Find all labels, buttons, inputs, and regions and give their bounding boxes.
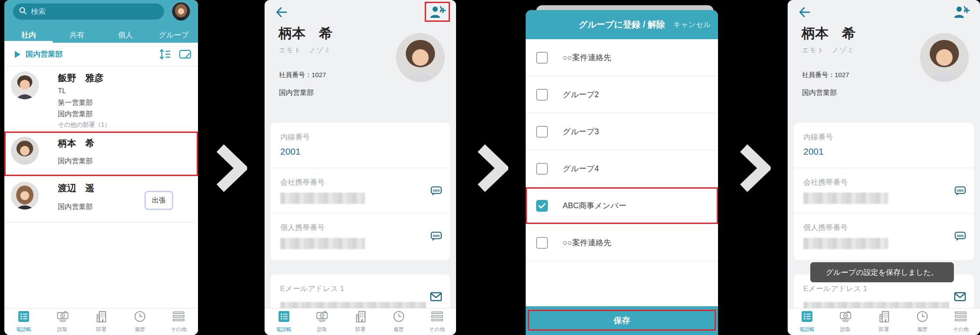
bottom-tabbar: 電話帳 読取 部署 履歴 その他 xyxy=(265,308,456,335)
tabbar-label: 電話帳 xyxy=(276,326,292,333)
contact-row-emoto[interactable]: 柄本 希 国内営業部 xyxy=(4,132,198,176)
status-badge: 出張 xyxy=(144,191,173,210)
field-personal-mobile: 個人携帯番号 SMS xyxy=(794,213,974,259)
mail-icon[interactable] xyxy=(954,292,966,303)
redacted-phone-number[interactable] xyxy=(803,193,888,204)
tabbar-item-phonebook[interactable]: 電話帳 xyxy=(788,308,826,335)
tabbar-label: 電話帳 xyxy=(799,326,815,333)
field-company-mobile: 会社携帯番号 SMS xyxy=(271,168,450,213)
contact-row-iino[interactable]: 飯野 雅彦 TL 第一営業部 国内営業部 その他の部署（1） xyxy=(4,66,198,132)
search-input[interactable]: 検索 xyxy=(13,3,164,20)
department-section-header[interactable]: 国内営業部 xyxy=(4,43,198,66)
clock-icon xyxy=(916,310,929,325)
contact-dept1: 国内営業部 xyxy=(58,203,93,212)
phonebook-icon xyxy=(278,310,290,325)
tab-shared[interactable]: 共有 xyxy=(53,27,101,43)
tabbar-item-history[interactable]: 履歴 xyxy=(903,308,941,335)
sms-icon[interactable]: SMS xyxy=(954,231,966,244)
group-row[interactable]: グループ3 xyxy=(526,113,718,150)
building-icon xyxy=(878,310,890,325)
group-row[interactable]: グループ2 xyxy=(526,76,718,113)
group-row[interactable]: ○○案件連絡先 xyxy=(526,39,718,76)
redacted-phone-number[interactable] xyxy=(803,238,888,249)
group-row-abc[interactable]: ABC商事メンバー xyxy=(526,187,718,224)
field-label: 会社携帯番号 xyxy=(280,177,325,187)
profile-employee-number: 社員番号：1027 xyxy=(279,71,326,79)
checkbox-unchecked[interactable] xyxy=(536,237,548,249)
my-avatar[interactable] xyxy=(172,2,190,20)
contact-name: 柄本 希 xyxy=(58,137,94,149)
profile-employee-number: 社員番号：1027 xyxy=(802,71,849,79)
tabbar-item-phonebook[interactable]: 電話帳 xyxy=(4,308,43,335)
add-to-group-button[interactable] xyxy=(949,2,974,22)
building-icon xyxy=(95,310,107,325)
mail-icon[interactable] xyxy=(430,292,442,303)
save-button[interactable]: 保存 xyxy=(526,306,718,335)
tabbar-item-department[interactable]: 部署 xyxy=(865,308,903,335)
profile-kana: エモト ノゾミ xyxy=(279,46,332,54)
contact-row-watanabe[interactable]: 渡辺 遥 国内営業部 出張 xyxy=(4,176,198,223)
phonebook-icon xyxy=(801,310,813,325)
field-label: Eメールアドレス 1 xyxy=(280,284,344,294)
redacted-phone-number[interactable] xyxy=(280,238,365,249)
tabbar-item-history[interactable]: 履歴 xyxy=(379,308,418,335)
tab-group[interactable]: グループ xyxy=(150,27,198,43)
sms-icon[interactable]: SMS xyxy=(430,186,442,199)
phonebook-icon xyxy=(17,310,30,325)
field-personal-mobile: 個人携帯番号 SMS xyxy=(271,213,450,259)
step-arrow-icon xyxy=(475,143,508,195)
group-label: グループ3 xyxy=(563,126,599,137)
tabbar-label: その他 xyxy=(953,326,969,333)
group-sheet: グループに登録 / 解除 キャンセル ○○案件連絡先 グループ2 グループ3 グ… xyxy=(526,10,718,335)
group-label: グループ4 xyxy=(563,163,599,174)
sms-icon[interactable]: SMS xyxy=(954,186,966,199)
tabbar-item-scan[interactable]: 読取 xyxy=(43,308,82,335)
clock-icon xyxy=(134,310,146,325)
checkbox-unchecked[interactable] xyxy=(536,163,548,175)
tabbar-label: 履歴 xyxy=(135,326,145,333)
tabbar-item-history[interactable]: 履歴 xyxy=(121,308,159,335)
tabbar-item-other[interactable]: その他 xyxy=(942,308,980,335)
profile-avatar xyxy=(920,33,969,82)
group-row[interactable]: ○○案件連絡先 xyxy=(526,224,718,261)
sort-icon[interactable] xyxy=(158,47,172,63)
field-label: 個人携帯番号 xyxy=(803,223,848,233)
checkbox-unchecked[interactable] xyxy=(536,126,548,138)
back-arrow-icon[interactable] xyxy=(274,5,289,21)
field-extension: 内線番号 2001 xyxy=(794,123,974,168)
tab-internal[interactable]: 社内 xyxy=(4,27,53,43)
phone-fields-card: 内線番号 2001 会社携帯番号 SMS 個人携帯番号 SMS xyxy=(271,123,450,260)
extension-value[interactable]: 2001 xyxy=(280,146,301,157)
tabbar-item-department[interactable]: 部署 xyxy=(341,308,379,335)
contact-name: 渡辺 遥 xyxy=(58,182,94,194)
step-arrow-icon xyxy=(214,143,247,195)
field-label: Eメールアドレス 1 xyxy=(803,284,867,294)
checkbox-unchecked[interactable] xyxy=(536,89,548,101)
tabbar-item-phonebook[interactable]: 電話帳 xyxy=(265,308,303,335)
contact-name: 飯野 雅彦 xyxy=(58,72,104,84)
tabbar-item-scan[interactable]: 読取 xyxy=(303,308,341,335)
extension-value[interactable]: 2001 xyxy=(803,146,824,157)
contact-dept1: 国内営業部 xyxy=(58,157,93,166)
tabbar-item-other[interactable]: その他 xyxy=(159,308,198,335)
cancel-button[interactable]: キャンセル xyxy=(673,10,711,39)
profile-department: 国内営業部 xyxy=(802,88,837,98)
sms-icon[interactable]: SMS xyxy=(430,231,442,244)
field-label: 会社携帯番号 xyxy=(803,177,848,187)
checkbox-unchecked[interactable] xyxy=(536,52,548,64)
profile-name: 柄本 希 xyxy=(279,24,332,43)
tabbar-item-department[interactable]: 部署 xyxy=(82,308,121,335)
tabbar-label: 読取 xyxy=(317,326,327,333)
edit-group-icon[interactable] xyxy=(178,47,192,63)
group-label: ABC商事メンバー xyxy=(563,200,626,211)
tab-personal[interactable]: 個人 xyxy=(101,27,150,43)
redacted-phone-number[interactable] xyxy=(280,193,365,204)
group-label: グループ2 xyxy=(563,89,599,100)
tabbar-item-other[interactable]: その他 xyxy=(418,308,456,335)
field-label: 内線番号 xyxy=(803,132,833,142)
back-arrow-icon[interactable] xyxy=(797,5,812,21)
add-to-group-button[interactable] xyxy=(425,2,450,22)
checkbox-checked[interactable] xyxy=(536,200,548,212)
tabbar-item-scan[interactable]: 読取 xyxy=(826,308,864,335)
group-row[interactable]: グループ4 xyxy=(526,150,718,187)
